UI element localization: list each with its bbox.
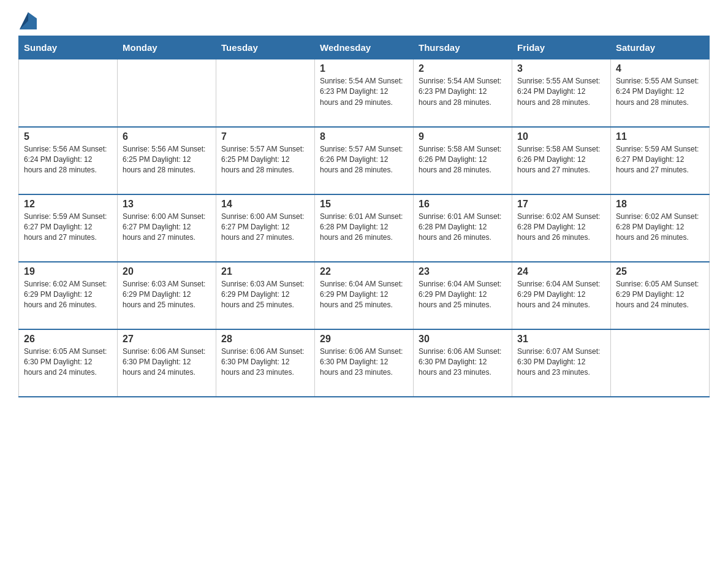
col-monday: Monday [118,36,216,59]
calendar-cell: 10Sunrise: 5:58 AM Sunset: 6:26 PM Dayli… [512,127,611,194]
logo [18,12,38,29]
day-number: 14 [221,199,309,210]
day-info: Sunrise: 6:03 AM Sunset: 6:29 PM Dayligh… [123,279,211,311]
day-info: Sunrise: 5:56 AM Sunset: 6:24 PM Dayligh… [24,144,112,176]
header-row: Sunday Monday Tuesday Wednesday Thursday… [19,36,710,59]
calendar-cell [611,329,710,397]
col-wednesday: Wednesday [315,36,414,59]
calendar-week-row: 1Sunrise: 5:54 AM Sunset: 6:23 PM Daylig… [19,59,710,127]
day-number: 1 [320,63,408,74]
calendar-cell: 30Sunrise: 6:06 AM Sunset: 6:30 PM Dayli… [414,329,512,397]
calendar-cell: 4Sunrise: 5:55 AM Sunset: 6:24 PM Daylig… [611,59,710,127]
day-info: Sunrise: 6:04 AM Sunset: 6:29 PM Dayligh… [320,279,408,311]
day-info: Sunrise: 5:57 AM Sunset: 6:25 PM Dayligh… [221,144,309,176]
day-number: 4 [616,63,704,74]
calendar-cell: 29Sunrise: 6:06 AM Sunset: 6:30 PM Dayli… [315,329,414,397]
calendar-cell: 15Sunrise: 6:01 AM Sunset: 6:28 PM Dayli… [315,194,414,262]
calendar-cell: 2Sunrise: 5:54 AM Sunset: 6:23 PM Daylig… [414,59,512,127]
day-number: 6 [123,131,211,142]
day-info: Sunrise: 5:58 AM Sunset: 6:26 PM Dayligh… [517,144,605,176]
day-number: 27 [123,334,211,345]
calendar-cell: 28Sunrise: 6:06 AM Sunset: 6:30 PM Dayli… [216,329,315,397]
day-number: 21 [221,266,309,277]
calendar-week-row: 12Sunrise: 5:59 AM Sunset: 6:27 PM Dayli… [19,194,710,262]
col-tuesday: Tuesday [216,36,315,59]
day-info: Sunrise: 5:54 AM Sunset: 6:23 PM Dayligh… [320,76,408,108]
calendar-body: 1Sunrise: 5:54 AM Sunset: 6:23 PM Daylig… [19,59,710,397]
calendar-cell [118,59,216,127]
day-number: 19 [24,266,112,277]
day-info: Sunrise: 6:01 AM Sunset: 6:28 PM Dayligh… [419,212,507,243]
day-number: 22 [320,266,408,277]
day-info: Sunrise: 6:05 AM Sunset: 6:29 PM Dayligh… [616,279,704,311]
day-number: 16 [419,199,507,210]
calendar-week-row: 26Sunrise: 6:05 AM Sunset: 6:30 PM Dayli… [19,329,710,397]
calendar-cell: 31Sunrise: 6:07 AM Sunset: 6:30 PM Dayli… [512,329,611,397]
day-number: 3 [517,63,605,74]
day-info: Sunrise: 6:05 AM Sunset: 6:30 PM Dayligh… [24,347,112,378]
day-info: Sunrise: 6:01 AM Sunset: 6:28 PM Dayligh… [320,212,408,243]
calendar-week-row: 5Sunrise: 5:56 AM Sunset: 6:24 PM Daylig… [19,127,710,194]
day-number: 17 [517,199,605,210]
day-info: Sunrise: 5:54 AM Sunset: 6:23 PM Dayligh… [419,76,507,108]
calendar-header: Sunday Monday Tuesday Wednesday Thursday… [19,36,710,59]
calendar-cell: 16Sunrise: 6:01 AM Sunset: 6:28 PM Dayli… [414,194,512,262]
day-info: Sunrise: 6:03 AM Sunset: 6:29 PM Dayligh… [221,279,309,311]
calendar-cell: 12Sunrise: 5:59 AM Sunset: 6:27 PM Dayli… [19,194,118,262]
calendar-cell: 20Sunrise: 6:03 AM Sunset: 6:29 PM Dayli… [118,262,216,329]
day-info: Sunrise: 6:06 AM Sunset: 6:30 PM Dayligh… [123,347,211,378]
calendar-cell [216,59,315,127]
day-info: Sunrise: 5:55 AM Sunset: 6:24 PM Dayligh… [517,76,605,108]
day-number: 5 [24,131,112,142]
day-number: 15 [320,199,408,210]
day-number: 11 [616,131,704,142]
day-number: 28 [221,334,309,345]
calendar-cell: 7Sunrise: 5:57 AM Sunset: 6:25 PM Daylig… [216,127,315,194]
day-number: 8 [320,131,408,142]
day-number: 7 [221,131,309,142]
day-number: 26 [24,334,112,345]
col-sunday: Sunday [19,36,118,59]
logo-icon [20,12,37,29]
calendar-cell: 18Sunrise: 6:02 AM Sunset: 6:28 PM Dayli… [611,194,710,262]
day-number: 29 [320,334,408,345]
calendar-cell: 8Sunrise: 5:57 AM Sunset: 6:26 PM Daylig… [315,127,414,194]
page-header [18,12,710,29]
day-info: Sunrise: 6:02 AM Sunset: 6:28 PM Dayligh… [616,212,704,243]
day-number: 25 [616,266,704,277]
day-info: Sunrise: 6:02 AM Sunset: 6:28 PM Dayligh… [517,212,605,243]
day-number: 30 [419,334,507,345]
day-number: 20 [123,266,211,277]
day-info: Sunrise: 6:06 AM Sunset: 6:30 PM Dayligh… [320,347,408,378]
calendar-table: Sunday Monday Tuesday Wednesday Thursday… [18,36,710,397]
calendar-cell: 3Sunrise: 5:55 AM Sunset: 6:24 PM Daylig… [512,59,611,127]
day-info: Sunrise: 6:02 AM Sunset: 6:29 PM Dayligh… [24,279,112,311]
day-info: Sunrise: 6:06 AM Sunset: 6:30 PM Dayligh… [221,347,309,378]
calendar-cell: 27Sunrise: 6:06 AM Sunset: 6:30 PM Dayli… [118,329,216,397]
day-number: 10 [517,131,605,142]
day-info: Sunrise: 6:04 AM Sunset: 6:29 PM Dayligh… [419,279,507,311]
day-info: Sunrise: 6:00 AM Sunset: 6:27 PM Dayligh… [221,212,309,243]
calendar-cell: 14Sunrise: 6:00 AM Sunset: 6:27 PM Dayli… [216,194,315,262]
day-info: Sunrise: 5:58 AM Sunset: 6:26 PM Dayligh… [419,144,507,176]
day-number: 23 [419,266,507,277]
calendar-cell: 22Sunrise: 6:04 AM Sunset: 6:29 PM Dayli… [315,262,414,329]
day-info: Sunrise: 6:04 AM Sunset: 6:29 PM Dayligh… [517,279,605,311]
day-number: 18 [616,199,704,210]
calendar-cell: 9Sunrise: 5:58 AM Sunset: 6:26 PM Daylig… [414,127,512,194]
calendar-cell: 26Sunrise: 6:05 AM Sunset: 6:30 PM Dayli… [19,329,118,397]
day-info: Sunrise: 5:56 AM Sunset: 6:25 PM Dayligh… [123,144,211,176]
day-number: 9 [419,131,507,142]
calendar-cell: 5Sunrise: 5:56 AM Sunset: 6:24 PM Daylig… [19,127,118,194]
day-info: Sunrise: 5:55 AM Sunset: 6:24 PM Dayligh… [616,76,704,108]
day-number: 31 [517,334,605,345]
day-number: 24 [517,266,605,277]
calendar-cell: 21Sunrise: 6:03 AM Sunset: 6:29 PM Dayli… [216,262,315,329]
day-number: 12 [24,199,112,210]
day-info: Sunrise: 6:00 AM Sunset: 6:27 PM Dayligh… [123,212,211,243]
calendar-cell: 11Sunrise: 5:59 AM Sunset: 6:27 PM Dayli… [611,127,710,194]
day-number: 2 [419,63,507,74]
day-number: 13 [123,199,211,210]
calendar-cell: 17Sunrise: 6:02 AM Sunset: 6:28 PM Dayli… [512,194,611,262]
calendar-week-row: 19Sunrise: 6:02 AM Sunset: 6:29 PM Dayli… [19,262,710,329]
